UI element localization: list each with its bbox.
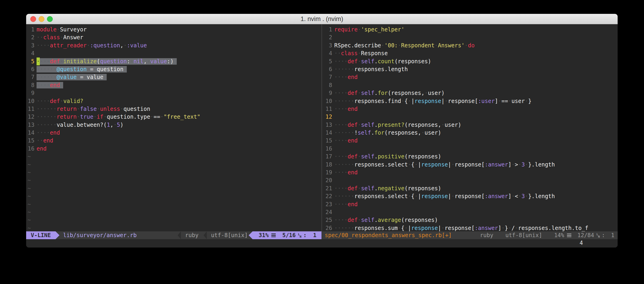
scroll-percent: 31% (258, 232, 268, 239)
code-line: 18······responses.select·{·|response|·re… (324, 161, 618, 168)
line-number: 19 (324, 168, 332, 176)
window-titlebar[interactable]: 1. nvim . (nvim) (26, 14, 618, 24)
editor-pane-left[interactable]: 1module·Surveyor2··class·Answer3····attr… (26, 24, 322, 231)
code-line: 21····def·self.negative(responses) (324, 184, 618, 192)
editor-pane-right[interactable]: 1require·'spec_helper'23RSpec.describe·'… (322, 24, 618, 231)
code-line: 10····def·valid? (26, 97, 322, 105)
command-line: 4 (26, 239, 618, 248)
line-number: 24 (324, 208, 332, 216)
line-number: 3 (324, 42, 332, 49)
nvim-editor: 1module·Surveyor2··class·Answer3····attr… (26, 24, 618, 248)
line-number: 10 (324, 97, 332, 105)
code-line: 23····end (324, 200, 618, 208)
code-line: 11······return·false·unless·question (26, 105, 322, 113)
code-line: 4 (26, 49, 322, 57)
line-number: 16 (26, 145, 34, 153)
line-number: 4 (26, 49, 34, 57)
column-number: 1 (611, 232, 614, 239)
line-number: 11 (324, 105, 332, 113)
line-number: 18 (324, 161, 332, 168)
line-number: 8 (324, 81, 332, 89)
empty-line-tilde: ~ (26, 184, 322, 192)
code-line: 16end (26, 145, 322, 153)
code-line: 8 (324, 81, 618, 89)
line-number: 13 (26, 121, 34, 129)
empty-line-tilde: ~ (26, 224, 322, 231)
code-line: 2 (324, 33, 618, 41)
line-number: 14 (26, 129, 34, 137)
line-number: 21 (324, 184, 332, 192)
line-number: 8 (26, 81, 34, 89)
line-number: 9 (26, 89, 34, 97)
code-line: 16 (324, 145, 618, 153)
inactive-file-path: spec/00_respondents_answers_spec.rb[+] (325, 232, 452, 239)
window-title: 1. nvim . (nvim) (300, 15, 343, 23)
code-line: 3····attr_reader·:question,·:value (26, 42, 322, 49)
pending-command-count: 4 (580, 239, 583, 248)
zoom-button[interactable] (47, 16, 53, 22)
code-line: 24 (324, 208, 618, 216)
visual-selection: ······@value·=·value (36, 74, 107, 80)
line-number: 7 (324, 73, 332, 81)
code-line: 1module·Surveyor (26, 26, 322, 33)
code-line: 20 (324, 176, 618, 184)
line-position: 5/16 (282, 232, 296, 239)
line-number-icon: LN (298, 233, 302, 238)
code-line: 12 (324, 113, 618, 121)
code-area-left: 1module·Surveyor2··class·Answer3····attr… (26, 24, 322, 231)
menu-icon (271, 233, 276, 237)
statusline-inactive: spec/00_respondents_answers_spec.rb[+] r… (322, 231, 618, 239)
line-number: 9 (324, 89, 332, 97)
line-position: 12/84 (578, 232, 594, 239)
line-number: 10 (26, 97, 34, 105)
line-number: 1 (26, 26, 34, 33)
empty-line-tilde: ~ (26, 153, 322, 160)
line-number: 20 (324, 176, 332, 184)
line-number: 16 (324, 145, 332, 153)
code-line: 22······responses.select·{·|response|·re… (324, 192, 618, 200)
mode-indicator: V-LINE (26, 231, 56, 239)
visual-selection: ····end (36, 82, 63, 88)
code-line: 11····end (324, 105, 618, 113)
code-line: 9 (26, 89, 322, 97)
traffic-lights (30, 14, 53, 24)
line-number: 11 (26, 105, 34, 113)
code-line: 14······!self.for(responses,·user) (324, 129, 618, 137)
line-number: 15 (324, 137, 332, 144)
code-line: 26······responses.sum·{·|response|·respo… (324, 224, 618, 231)
statusline-active: V-LINE lib/surveyor/answer.rb ruby utf-8… (26, 231, 322, 239)
close-button[interactable] (30, 16, 36, 22)
code-line: 12······return·true·if·question.type·==·… (26, 113, 322, 121)
code-line: 3RSpec.describe·'00:·Respondent·Answers'… (324, 42, 618, 49)
line-number: 26 (324, 224, 332, 231)
line-number: 4 (324, 49, 332, 57)
visual-selection: ···def·initialize(question:·nil,·value:) (40, 58, 177, 65)
minimize-button[interactable] (39, 16, 44, 22)
cursor-position-segment: 31% 5/16 LN : 1 (252, 231, 322, 239)
empty-line-tilde: ~ (26, 176, 322, 184)
code-line: 13····def·self.present?(responses,·user) (324, 121, 618, 129)
empty-line-tilde: ~ (26, 200, 322, 208)
line-number: 1 (324, 26, 332, 33)
cursor-block: · (36, 57, 40, 65)
code-line: 15··end (26, 137, 322, 144)
code-area-right: 1require·'spec_helper'23RSpec.describe·'… (322, 24, 618, 231)
scroll-percent: 14% (554, 232, 564, 239)
encoding-label: utf-8[unix] (211, 232, 248, 239)
menu-icon (567, 233, 571, 237)
line-number: 3 (26, 42, 34, 49)
empty-line-tilde: ~ (26, 168, 322, 176)
code-line: 6······responses.length (324, 65, 618, 73)
code-line: 15····end (324, 137, 618, 144)
line-number: 6 (324, 65, 332, 73)
code-line: 5····def·self.count(responses) (324, 57, 618, 65)
empty-line-tilde: ~ (26, 208, 322, 216)
cursor-position-segment: 14% 12/84 LN : 1 (554, 232, 614, 239)
active-file-path: lib/surveyor/answer.rb (63, 232, 137, 239)
empty-line-tilde: ~ (26, 161, 322, 168)
code-line: 4··class·Response (324, 49, 618, 57)
code-line: 6······@question·=·question (26, 65, 322, 73)
line-number: 12 (324, 113, 332, 121)
line-number: 12 (26, 113, 34, 121)
column-number: 1 (313, 232, 316, 239)
